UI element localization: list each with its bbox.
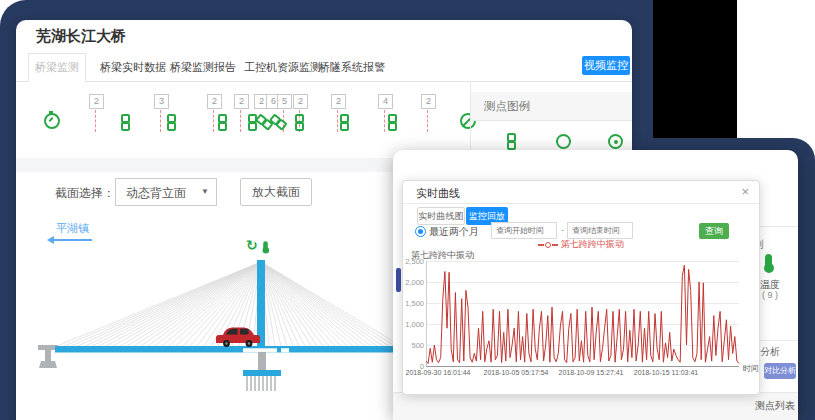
- tab-realtime-curve[interactable]: 实时曲线图: [417, 207, 465, 225]
- sensor-dash-line: [95, 110, 96, 132]
- y-tick-label: 1,500: [404, 299, 424, 308]
- stopwatch-icon[interactable]: [44, 113, 60, 129]
- sensor-count-badge: 2: [89, 94, 104, 109]
- query-end-time-input[interactable]: [567, 222, 633, 239]
- tab-ipc-resource-monitoring[interactable]: 工控机资源监测: [244, 60, 321, 75]
- pier-cap: [243, 370, 281, 376]
- ring-legend-icon: [556, 134, 571, 149]
- x-tick-label: 2018-10-05 05:17:54: [484, 369, 549, 376]
- deck-joint: [281, 348, 289, 352]
- tab-bar: 桥梁监测 桥梁实时数据 桥梁监测报告 工控机资源监测 桥隧系统报警: [16, 53, 632, 82]
- legend-marker-line: [552, 244, 558, 246]
- bridge-schematic: [30, 240, 405, 420]
- background-black-rect: [653, 0, 737, 138]
- realtime-curve-dialog: 实时曲线 × 实时曲线图 监控回放 最近两个月 - 查询 第七跨跨中振动 第七跨…: [402, 180, 760, 395]
- sensor-dash-line: [384, 110, 385, 132]
- scrollbar-thumb[interactable]: [396, 268, 401, 292]
- section-select-value: 动态背立面: [126, 185, 186, 202]
- sensor-count-badge: 2: [331, 94, 346, 109]
- x-axis-line: [426, 366, 739, 367]
- tilt-sensor-icon[interactable]: [268, 113, 288, 131]
- page-title: 芜湖长江大桥: [36, 27, 126, 46]
- ring-dot-legend-icon: [608, 134, 623, 149]
- chain-sensor-icon[interactable]: [166, 114, 176, 131]
- pier-piles: [247, 376, 275, 391]
- screen: 芜湖长江大桥 桥梁监测 桥梁实时数据 桥梁监测报告 工控机资源监测 桥隧系统报警…: [0, 0, 815, 420]
- zoom-section-button[interactable]: 放大截面: [240, 178, 312, 206]
- sensor-count-badge: 2: [421, 94, 436, 109]
- sensor-dash-line: [240, 110, 241, 132]
- sensor-count-badge: 3: [154, 94, 169, 109]
- range-separator: -: [561, 225, 564, 235]
- x-axis-title: 时间: [743, 363, 759, 374]
- tab-bridge-tunnel-alarm[interactable]: 桥隧系统报警: [319, 60, 385, 75]
- chain-legend-icon: [506, 133, 516, 150]
- sensor-dash-line: [337, 110, 338, 132]
- vibration-chart: [426, 261, 739, 366]
- dialog-header-divider: [403, 203, 759, 204]
- bridge-deck: [55, 346, 405, 353]
- chain-sensor-icon[interactable]: [294, 114, 304, 131]
- sensor-count-badge: 4: [378, 94, 393, 109]
- x-tick-label: 2018-09-30 16:01:44: [406, 369, 471, 376]
- legend-series-label: 第七跨跨中振动: [561, 239, 624, 249]
- tab-bridge-monitoring[interactable]: 桥梁监测: [28, 53, 86, 82]
- chain-sensor-icon[interactable]: [339, 114, 349, 131]
- chart-plot-area[interactable]: 2018-09-30 16:01:44 2018-10-05 05:17:54 …: [426, 261, 739, 366]
- query-start-time-input[interactable]: [491, 222, 557, 239]
- point-list-label: 测点列表: [755, 399, 795, 413]
- legend-panel-header: 测点图例: [471, 92, 632, 121]
- close-icon[interactable]: ×: [741, 184, 749, 199]
- chain-sensor-icon[interactable]: [217, 114, 227, 131]
- pier-stem: [258, 352, 266, 370]
- vibration-series: [426, 265, 739, 363]
- x-tick-label: 2018-10-09 15:27:41: [559, 369, 624, 376]
- sensor-dash-line: [213, 110, 214, 132]
- sensor-count-badge: 2: [207, 94, 222, 109]
- chevron-down-icon: ▼: [201, 187, 209, 196]
- legend-marker-line: [538, 244, 544, 246]
- y-tick-label: 2,000: [404, 278, 424, 287]
- chain-sensor-icon[interactable]: [120, 114, 130, 131]
- direction-label: 平湖镇: [56, 221, 89, 236]
- y-tick-label: 1,000: [404, 320, 424, 329]
- sensor-count-badge: 2: [234, 94, 249, 109]
- y-tick-label: 500: [404, 341, 424, 350]
- sensor-dash-line: [427, 110, 428, 132]
- dialog-title: 实时曲线: [416, 186, 460, 201]
- sensor-count-badge: 2: [293, 94, 308, 109]
- deck-joint: [243, 348, 277, 352]
- radio-label: 最近两个月: [429, 225, 479, 239]
- temperature-icon[interactable]: [765, 254, 772, 267]
- query-button[interactable]: 查询: [699, 223, 729, 239]
- y-tick-label: 2,500: [404, 257, 424, 266]
- tab-bridge-realtime-data[interactable]: 桥梁实时数据: [100, 60, 166, 75]
- tab-bridge-report[interactable]: 桥梁监测报告: [170, 60, 236, 75]
- bridge-tower: [257, 260, 265, 346]
- sensor-count-badge: 5: [277, 94, 292, 109]
- section-select-label: 截面选择：: [55, 185, 115, 202]
- radio-last-two-months[interactable]: [415, 226, 426, 237]
- legend-marker-circle: [545, 242, 551, 248]
- sensor-dash-line: [160, 110, 161, 132]
- legend-panel-title: 测点图例: [484, 99, 530, 114]
- compare-analysis-button[interactable]: 对比分析: [764, 363, 796, 379]
- chain-sensor-icon[interactable]: [387, 114, 397, 131]
- point-list-bar[interactable]: 测点列表: [393, 392, 798, 420]
- section-select[interactable]: 动态背立面 ▼: [115, 178, 217, 206]
- video-monitor-button[interactable]: 视频监控: [582, 56, 630, 75]
- x-tick-label: 2018-10-15 11:03:41: [634, 369, 698, 376]
